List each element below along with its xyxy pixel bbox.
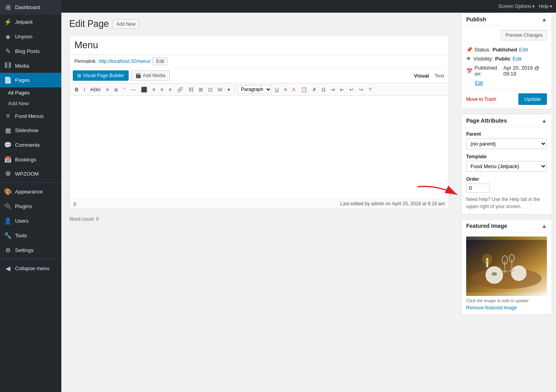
visual-page-builder-button[interactable]: ⊞ Visual Page Builder <box>73 70 129 81</box>
update-button[interactable]: Update <box>518 93 547 105</box>
sidebar-item-comments[interactable]: 💬 Comments <box>0 138 61 152</box>
sidebar-item-label: Blog Posts <box>15 48 40 54</box>
fullscreen-button[interactable]: ⊡ <box>206 85 214 94</box>
move-to-trash-link[interactable]: Move to Trash <box>466 97 496 102</box>
align-justify-button[interactable]: ≡ <box>167 85 174 94</box>
sidebar-item-wpzoom[interactable]: Ⓦ WPZOOM <box>0 167 61 181</box>
special-char-button[interactable]: Ω <box>320 85 328 94</box>
publish-box-toggle[interactable]: ▲ <box>541 16 547 23</box>
sidebar-item-collapse[interactable]: ◀ Collapse menu <box>0 261 61 276</box>
sidebar-item-food-menus[interactable]: ≡ Food Menus <box>0 109 61 123</box>
link-button[interactable]: 🔗 <box>175 85 185 94</box>
svg-point-17 <box>486 258 488 260</box>
tab-visual[interactable]: Visual <box>412 72 431 80</box>
sidebar-item-label: Unyson <box>15 34 32 40</box>
vpb-label: Visual Page Builder <box>83 73 124 78</box>
sidebar-item-pages[interactable]: 📄 Pages <box>0 73 61 87</box>
tab-text[interactable]: Text <box>433 72 446 80</box>
format-toolbar: B I ABC ≡ ≣ " — ⬛ ≡ ≡ ≡ 🔗 ⛓ ⊞ ⊡ <box>70 83 449 96</box>
sidebar-item-dashboard[interactable]: ⊞ Dashboard <box>0 0 61 15</box>
status-edit-link[interactable]: Edit <box>519 47 528 53</box>
strikethrough-button[interactable]: ABC <box>88 85 103 94</box>
published-edit-link[interactable]: Edit <box>475 80 483 86</box>
paragraph-select[interactable]: Paragraph <box>237 85 272 94</box>
wpzoom-icon: Ⓦ <box>4 170 12 177</box>
more-toolbar-button[interactable]: ▾ <box>226 85 232 94</box>
featured-image-toggle[interactable]: ▲ <box>541 223 547 229</box>
sidebar-item-label: Bookings <box>15 157 36 163</box>
sidebar-item-label: Dashboard <box>15 4 40 10</box>
sidebar-item-tools[interactable]: 🔧 Tools <box>0 228 61 243</box>
word-count-bar: Word count: 0 <box>69 215 449 223</box>
undo-button[interactable]: ↩ <box>347 85 356 94</box>
sidebar-item-media[interactable]: 🎞 Media <box>0 59 61 73</box>
sidebar-item-bookings[interactable]: 📅 Bookings <box>0 152 61 167</box>
sidebar-item-label: Settings <box>15 247 34 253</box>
editor-content-area[interactable] <box>70 96 449 199</box>
sidebar-item-label: Tools <box>15 233 27 239</box>
food-menus-icon: ≡ <box>4 112 12 119</box>
clear-format-button[interactable]: ✗ <box>310 85 319 94</box>
sidebar-item-slideshow[interactable]: ▦ Slideshow <box>0 123 61 138</box>
page-attributes-header: Page Attributes ▲ <box>461 114 552 127</box>
sidebar-item-plugins[interactable]: 🔌 Plugins <box>0 199 61 214</box>
add-media-icon: 🎬 <box>135 73 141 78</box>
order-input[interactable] <box>466 184 490 193</box>
outdent-button[interactable]: ⇤ <box>338 85 346 94</box>
preview-changes-button[interactable]: Preview Changes <box>501 30 547 40</box>
add-new-button[interactable]: Add New <box>113 19 139 29</box>
sidebar-item-label: Food Menus <box>15 113 44 119</box>
published-icon: 📅 <box>466 68 473 74</box>
page-attributes-toggle[interactable]: ▲ <box>541 117 547 124</box>
remove-featured-image-link[interactable]: Remove featured image <box>466 305 517 311</box>
visibility-row: 👁 Visibility: Public Edit <box>466 56 547 62</box>
italic-button[interactable]: I <box>82 85 87 94</box>
sidebar-item-blog-posts[interactable]: ✎ Blog Posts <box>0 44 61 59</box>
parent-select[interactable]: (no parent) <box>466 138 547 149</box>
permalink-edit-button[interactable]: Edit <box>152 57 168 65</box>
text-color-button[interactable]: A <box>290 85 298 94</box>
unlink-button[interactable]: ⛓ <box>186 85 195 94</box>
sidebar-divider <box>0 182 61 183</box>
help-button[interactable]: Help ▾ <box>539 4 552 9</box>
sidebar-item-jetpack[interactable]: ⚡ Jetpack <box>0 15 61 29</box>
indent-button[interactable]: ⇥ <box>328 85 337 94</box>
page-attributes-title: Page Attributes <box>466 117 507 124</box>
wp-more-button[interactable]: W <box>216 85 224 94</box>
sidebar-item-unyson[interactable]: ◈ Unyson <box>0 29 61 44</box>
sidebar-item-label: Jetpack <box>15 19 33 25</box>
screen-options-button[interactable]: Screen Options ▾ <box>499 4 535 9</box>
redo-button[interactable]: ↪ <box>357 85 365 94</box>
table-button[interactable]: ⊞ <box>197 85 205 94</box>
horizontal-rule-button[interactable]: — <box>129 85 138 94</box>
sidebar-item-appearance[interactable]: 🎨 Appearance <box>0 184 61 199</box>
align-right-button[interactable]: ≡ <box>159 85 166 94</box>
add-media-button[interactable]: 🎬 Add Media <box>131 70 170 81</box>
sidebar-item-label: Media <box>15 63 29 69</box>
page-attributes-body: Parent (no parent) Template Food Menu (J… <box>461 127 552 214</box>
page-title-input[interactable] <box>70 36 449 55</box>
ordered-list-button[interactable]: ≣ <box>112 85 120 94</box>
justify-button[interactable]: ≡ <box>282 85 289 94</box>
comments-icon: 💬 <box>4 141 12 149</box>
template-select[interactable]: Food Menu (Jetpack) <box>466 161 547 172</box>
paste-text-button[interactable]: 📋 <box>299 85 309 94</box>
unordered-list-button[interactable]: ≡ <box>104 85 111 94</box>
blockquote-button[interactable]: " <box>121 85 127 94</box>
sidebar-sub-all-pages[interactable]: All Pages <box>4 87 61 98</box>
underline-button[interactable]: U <box>273 85 281 94</box>
help-button-editor[interactable]: ? <box>366 85 373 94</box>
sidebar-item-label: Users <box>15 218 28 224</box>
sidebar-sub-add-new[interactable]: Add New <box>4 98 61 109</box>
sidebar-item-users[interactable]: 👤 Users <box>0 214 61 228</box>
permalink-url[interactable]: http://localhost:32/menu/ <box>99 59 151 64</box>
bold-button[interactable]: B <box>73 85 80 94</box>
sidebar-item-settings[interactable]: ⚙ Settings <box>0 243 61 258</box>
visibility-edit-link[interactable]: Edit <box>512 56 521 62</box>
unyson-icon: ◈ <box>4 33 12 40</box>
permalink-label: Permalink: <box>74 59 97 64</box>
featured-image-thumbnail[interactable] <box>466 237 547 296</box>
align-left-button[interactable]: ⬛ <box>139 85 149 94</box>
publish-actions: Move to Trash Update <box>466 90 547 105</box>
align-center-button[interactable]: ≡ <box>150 85 158 94</box>
